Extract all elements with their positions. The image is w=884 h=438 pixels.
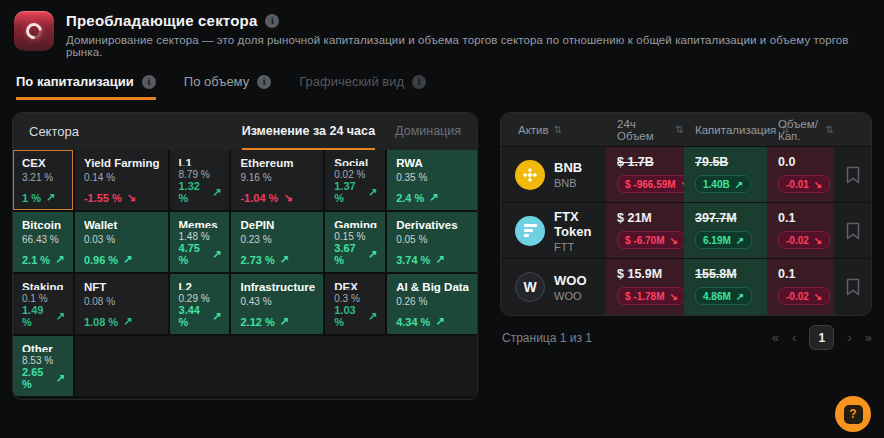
pagination-label: Страница 1 из 1 xyxy=(500,331,592,345)
sector-name: AI & Big Data xyxy=(396,281,469,293)
sector-name: DePIN xyxy=(240,219,315,231)
bookmark-icon[interactable] xyxy=(846,166,860,184)
asset-cell: W WOO WOO xyxy=(501,259,606,315)
sector-cell[interactable]: Gaming 0.15 % 3.67 % ↗ xyxy=(325,212,385,272)
first-page-button[interactable]: « xyxy=(772,330,779,345)
column-header-cap[interactable]: Капитализация ⇅ xyxy=(684,124,767,136)
asset-row[interactable]: W WOO WOO $ 15.9M $ -1.78M ↘ 155.8M 4.86… xyxy=(501,259,871,315)
sector-name: L1 xyxy=(179,157,222,166)
bookmark-cell xyxy=(834,259,871,315)
cell-value: 0.1 xyxy=(778,267,795,281)
change-arrow-icon: ↗ xyxy=(280,315,289,328)
sector-cell[interactable]: Staking 0.1 % 1.49 % ↗ xyxy=(13,274,73,334)
change-arrow-icon: ↗ xyxy=(56,310,65,323)
sector-dominance: 0.14 % xyxy=(84,172,160,183)
sector-cell[interactable]: Other 8.53 % 2.65 % ↗ xyxy=(13,336,73,396)
sector-cell[interactable]: NFT 0.08 % 1.08 % ↗ xyxy=(75,274,168,334)
sectors-panel-header: Сектора Изменение за 24 часа Доминация xyxy=(13,113,477,150)
change-arrow-icon: ↘ xyxy=(127,191,136,204)
sector-dominance: 1.48 % xyxy=(179,231,222,242)
tab-by-volume[interactable]: По объему i xyxy=(184,74,271,100)
asset-cell: BNB BNB xyxy=(501,147,606,202)
sector-dominance: 0.02 % xyxy=(334,169,377,180)
change-arrow-icon: ↗ xyxy=(212,248,221,261)
change-badge: -0.02 ↘ xyxy=(778,287,830,305)
cell-value: 155.8M xyxy=(695,267,737,281)
change-arrow-icon: ↗ xyxy=(212,310,221,323)
column-header-volume[interactable]: 24ч Объем ⇅ xyxy=(606,118,684,142)
asset-row[interactable]: FTX Token FTT $ 21M $ -6.70M ↘ 397.7M 6.… xyxy=(501,203,871,259)
sector-dominance: 0.3 % xyxy=(334,293,377,304)
bookmark-icon[interactable] xyxy=(846,278,860,296)
sector-dominance: 66.43 % xyxy=(22,234,65,245)
view-tab-dominance[interactable]: Доминация xyxy=(395,113,461,150)
sector-change: 0.96 % xyxy=(84,254,118,266)
sector-name: RWA xyxy=(396,157,469,169)
sector-name: CEX xyxy=(22,157,65,169)
sector-cell[interactable]: Yield Farming 0.14 % -1.55 % ↘ xyxy=(75,150,168,210)
tab-graphic-view[interactable]: Графический вид i xyxy=(299,74,426,100)
tab-info-icon[interactable]: i xyxy=(412,75,426,89)
sector-change: 3.44 % xyxy=(179,304,208,328)
asset-name: WOO xyxy=(554,273,587,288)
sector-cell[interactable]: Bitcoin 66.43 % 2.1 % ↗ xyxy=(13,212,73,272)
sector-dominance: 8.79 % xyxy=(179,169,222,180)
sector-cell[interactable]: L2 0.29 % 3.44 % ↗ xyxy=(170,274,230,334)
help-button[interactable]: ? xyxy=(835,396,871,432)
change-arrow-icon: ↘ xyxy=(283,191,292,204)
cell-ratio: 0.1 -0.02 ↘ xyxy=(767,259,834,315)
sector-name: NFT xyxy=(84,281,160,293)
sector-dominance: 0.35 % xyxy=(396,172,469,183)
tab-info-icon[interactable]: i xyxy=(142,75,156,89)
sector-cell[interactable]: Derivatives 0.05 % 3.74 % ↗ xyxy=(387,212,477,272)
sector-dominance: 3.21 % xyxy=(22,172,65,183)
sector-cell[interactable]: Memes 1.48 % 4.75 % ↗ xyxy=(170,212,230,272)
sector-cell[interactable]: RWA 0.35 % 2.4 % ↗ xyxy=(387,150,477,210)
sort-icon: ⇅ xyxy=(676,124,684,135)
next-page-button[interactable]: › xyxy=(847,330,851,345)
asset-ticker: WOO xyxy=(554,290,587,302)
sector-change: -1.04 % xyxy=(240,192,278,204)
column-header-ratio[interactable]: Объем/Кап. ⇅ xyxy=(767,118,834,142)
sector-cell[interactable]: DePIN 0.23 % 2.73 % ↗ xyxy=(231,212,323,272)
sector-cell[interactable]: Infrastructure 0.43 % 2.12 % ↗ xyxy=(231,274,323,334)
view-tab-change-24h[interactable]: Изменение за 24 часа xyxy=(242,113,375,150)
change-badge: $ -1.78M ↘ xyxy=(617,287,686,305)
sector-name: Ethereum xyxy=(240,157,315,169)
column-header-asset[interactable]: Актив ⇅ xyxy=(501,124,606,136)
bookmark-icon[interactable] xyxy=(846,222,860,240)
sector-dominance: 8.53 % xyxy=(22,355,65,366)
change-arrow-icon: ↗ xyxy=(429,191,438,204)
page-number-button[interactable]: 1 xyxy=(809,325,834,350)
sector-change: 1.08 % xyxy=(84,316,118,328)
sector-change: 4.34 % xyxy=(396,316,430,328)
tab-info-icon[interactable]: i xyxy=(257,75,271,89)
badge-text: -0.02 xyxy=(786,235,809,246)
tab-by-capitalization[interactable]: По капитализации i xyxy=(16,74,156,100)
sector-cell[interactable]: CEX 3.21 % 1 % ↗ xyxy=(13,150,73,210)
last-page-button[interactable]: » xyxy=(865,330,872,345)
title-info-icon[interactable]: i xyxy=(265,14,279,28)
change-arrow-icon: ↗ xyxy=(55,253,64,266)
sector-change: 3.74 % xyxy=(396,254,430,266)
sector-cell[interactable]: Wallet 0.03 % 0.96 % ↗ xyxy=(75,212,168,272)
app-logo xyxy=(14,11,54,51)
badge-arrow-icon: ↘ xyxy=(669,291,677,302)
badge-arrow-icon: ↘ xyxy=(814,179,822,190)
sector-cell[interactable]: AI & Big Data 0.26 % 4.34 % ↗ xyxy=(387,274,477,334)
sector-heatmap: CEX 3.21 % 1 % ↗ Yield Farming 0.14 % -1… xyxy=(13,150,477,399)
sector-dominance: 0.1 % xyxy=(22,293,65,304)
header-texts: Преобладающие сектора i Доминирование се… xyxy=(66,11,884,58)
asset-row[interactable]: BNB BNB $ 1.7B $ -966.59M ↘ 79.5B 1.40B … xyxy=(501,147,871,203)
sector-cell[interactable]: Ethereum 9.16 % -1.04 % ↘ xyxy=(231,150,323,210)
change-arrow-icon: ↗ xyxy=(368,186,377,199)
sector-name: Social xyxy=(334,157,377,166)
sector-cell[interactable]: L1 8.79 % 1.32 % ↗ xyxy=(170,150,230,210)
change-arrow-icon: ↗ xyxy=(212,186,221,199)
bnb-coin-icon xyxy=(515,160,545,190)
badge-arrow-icon: ↗ xyxy=(736,291,744,302)
prev-page-button[interactable]: ‹ xyxy=(792,330,796,345)
change-arrow-icon: ↗ xyxy=(435,315,444,328)
sector-cell[interactable]: Social 0.02 % 1.37 % ↗ xyxy=(325,150,385,210)
sector-cell[interactable]: DEX 0.3 % 1.03 % ↗ xyxy=(325,274,385,334)
